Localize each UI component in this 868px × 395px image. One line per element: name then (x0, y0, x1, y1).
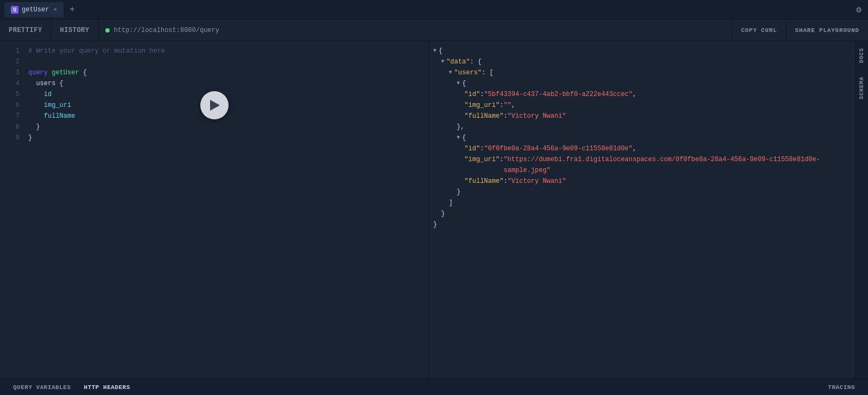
response-token: : (499, 154, 503, 176)
query-variables-tab[interactable]: QUERY VARIABLES (7, 379, 78, 396)
line-code: img_uri (28, 100, 71, 111)
prettify-button[interactable]: PRETTIFY (0, 20, 52, 41)
line-number: 6 (4, 100, 20, 111)
toolbar: PRETTIFY HISTORY http://localhost:8080/q… (0, 20, 868, 41)
code-token: getUser (52, 69, 79, 77)
response-token: : (499, 100, 503, 111)
response-token: } (457, 187, 460, 197)
docs-tab[interactable]: DOCS (857, 41, 867, 69)
tracing-tab[interactable]: TRACING (821, 384, 861, 391)
tab-bar: Q getUser × + ⚙ (0, 0, 868, 20)
line-code: } (28, 122, 40, 132)
line-code: id (28, 89, 52, 100)
line-code: query getUser { (28, 67, 87, 78)
response-token: , (511, 100, 515, 111)
response-indent (433, 197, 449, 208)
tab-label: getUser (22, 6, 49, 14)
response-line: "id": "5bf43394-c437-4ab2-bbf0-a222e443c… (429, 89, 868, 100)
line-code: users { (28, 78, 64, 89)
line-number: 3 (4, 67, 20, 78)
line-code: } (28, 132, 32, 143)
response-indent (433, 187, 457, 197)
code-token: # Write your query or mutation here (28, 47, 165, 55)
play-icon (210, 100, 220, 111)
copy-curl-button[interactable]: COPY CURL (732, 20, 786, 41)
settings-icon[interactable]: ⚙ (856, 4, 861, 15)
response-line: ▼ { (429, 78, 868, 89)
response-token: , (632, 143, 636, 154)
bottom-bar: QUERY VARIABLES HTTP HEADERS TRACING (0, 379, 868, 395)
response-indent (433, 56, 441, 67)
code-token: id (28, 91, 52, 98)
run-query-button[interactable] (200, 91, 229, 119)
response-indent (433, 208, 441, 219)
response-indent (433, 111, 465, 122)
collapse-triangle-icon[interactable]: ▼ (433, 46, 436, 56)
code-token: fullName (28, 112, 75, 120)
add-tab-button[interactable]: + (66, 3, 79, 16)
response-line: "img_uri": "", (429, 100, 868, 111)
response-token: "img_uri" (465, 154, 500, 176)
share-playground-button[interactable]: SHARE PLAYGROUND (786, 20, 868, 41)
response-pane: ▼ { ▼ "data": { ▼ "users": [ ▼ { "id": "… (429, 41, 868, 379)
collapse-triangle-icon[interactable]: ▼ (457, 78, 460, 89)
response-line: ] (429, 197, 868, 208)
collapse-triangle-icon[interactable]: ▼ (457, 132, 460, 143)
url-status-dot (105, 28, 110, 33)
response-indent (433, 154, 465, 176)
response-token: } (441, 208, 445, 219)
response-token: }, (457, 122, 464, 132)
editor-line: 3query getUser { (0, 67, 428, 78)
add-tab-icon: + (69, 5, 75, 15)
response-token: "img_uri" (465, 100, 500, 111)
response-line: ▼ "data": { (429, 56, 868, 67)
editor-line: 1# Write your query or mutation here (0, 46, 428, 56)
url-bar: http://localhost:8080/query (99, 20, 732, 41)
http-headers-tab[interactable]: HTTP HEADERS (78, 379, 137, 396)
schema-tab[interactable]: SCHEMA (857, 70, 867, 106)
main-content: 1# Write your query or mutation here23qu… (0, 41, 868, 379)
editor-line: 9} (0, 132, 428, 143)
response-token: "data" (446, 56, 470, 67)
response-line: ▼ "users": [ (429, 67, 868, 78)
response-line: ▼ { (429, 132, 868, 143)
collapse-triangle-icon[interactable]: ▼ (441, 56, 444, 67)
code-token: img_uri (28, 101, 71, 109)
response-indent (433, 78, 457, 89)
response-line: } (429, 208, 868, 219)
response-token: "https://dumebi.fra1.digitaloceanspaces.… (504, 154, 860, 176)
response-token: ] (449, 197, 453, 208)
response-token: : (480, 89, 484, 100)
response-token: : (480, 143, 484, 154)
response-line: "img_uri": "https://dumebi.fra1.digitalo… (429, 154, 868, 176)
line-code: fullName (28, 111, 75, 122)
code-token: query (28, 69, 52, 77)
response-token: : { (470, 56, 482, 67)
response-indent (433, 67, 449, 78)
response-line: } (429, 219, 868, 230)
response-token: : (504, 111, 508, 122)
response-indent (433, 143, 465, 154)
line-number: 8 (4, 122, 20, 132)
collapse-triangle-icon[interactable]: ▼ (449, 67, 452, 78)
line-number: 7 (4, 111, 20, 122)
tab-close-button[interactable]: × (53, 7, 57, 13)
response-token: "fullName" (465, 111, 504, 122)
code-token: users { (28, 80, 64, 87)
response-line: "fullName": "Victory Nwani" (429, 176, 868, 187)
line-number: 9 (4, 132, 20, 143)
response-token: { (462, 78, 466, 89)
tab-getuser[interactable]: Q getUser × (4, 2, 64, 17)
response-token: "0f0fbe0a-28a4-456a-9e09-c11558e81d0e" (484, 143, 633, 154)
response-indent (433, 122, 457, 132)
url-text: http://localhost:8080/query (114, 27, 219, 34)
response-token: : (504, 176, 508, 187)
code-token: { (79, 69, 87, 77)
history-button[interactable]: HISTORY (52, 20, 99, 41)
side-tabs: DOCS SCHEMA (855, 41, 868, 379)
response-token: : [ (481, 67, 493, 78)
response-indent (433, 100, 465, 111)
response-token: "fullName" (465, 176, 504, 187)
response-line: "id": "0f0fbe0a-28a4-456a-9e09-c11558e81… (429, 143, 868, 154)
response-token: } (433, 219, 437, 230)
